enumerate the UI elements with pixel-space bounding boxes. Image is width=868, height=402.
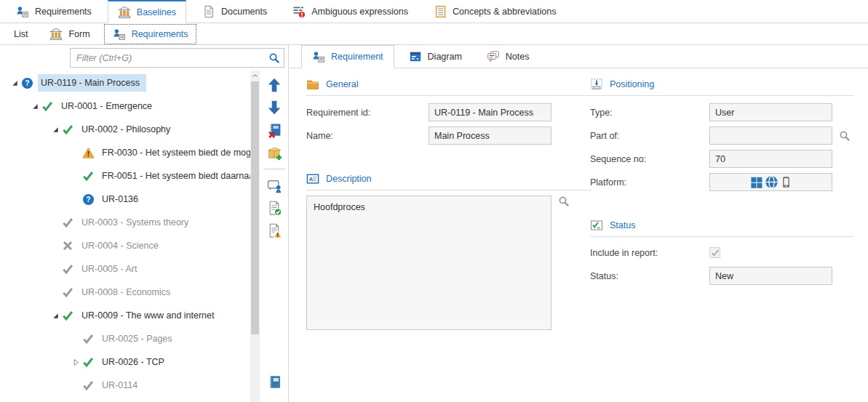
status-icon [590,219,603,232]
ambiguous-icon [292,5,306,18]
expander-expanded-icon[interactable] [49,126,61,134]
scroll-up-icon[interactable] [250,71,260,81]
package-add-button[interactable] [265,143,284,162]
part-of-field[interactable] [709,126,832,145]
type-label: Type: [590,108,709,118]
tree-item-label: FR-0051 - Het systeem biedt daarnaa [99,167,250,185]
detail-tab-diagram-label: Diagram [428,52,462,62]
tree-item-label: UR-0136 [99,190,145,208]
detail-tab-requirement-label: Requirement [331,52,383,62]
name-row: Name: Main Process [306,126,592,145]
windows-icon [750,176,763,189]
assign-user-button[interactable] [265,176,284,195]
tree-item-ur-0025[interactable]: UR-0025 - Pages [0,327,250,350]
doc-approved-button[interactable] [265,198,284,217]
tab-documents[interactable]: Documents [193,0,276,23]
tab-requirements[interactable]: Requirements [7,0,101,23]
tree-item-ur-0026[interactable]: UR-0026 - TCP [0,350,250,374]
tree-item-ur-0001[interactable]: UR-0001 - Emergence [0,95,250,118]
tree-item-fr-0030[interactable]: FR-0030 - Het systeem biedt de mog [0,141,250,164]
subtab-list[interactable]: List [6,26,36,42]
tree-item-ur-0002[interactable]: UR-0002 - Philosophy [0,118,250,141]
assign-user-icon [267,178,282,193]
tab-concepts-abbreviations-label: Concepts & abbreviations [453,7,556,17]
sequence-no-label: Sequence no: [590,154,709,164]
notes-icon [487,50,500,63]
detail-left-column: General Requirement id: UR-0119 - Main P… [306,68,592,330]
expander-collapsed-icon[interactable] [70,358,81,366]
positioning-icon [590,78,603,91]
include-in-report-row: Include in report: [590,247,853,258]
include-in-report-label: Include in report: [590,248,709,258]
baselines-icon [49,28,63,41]
detail-tab-notes[interactable]: Notes [477,45,540,68]
name-field[interactable]: Main Process [429,126,552,145]
check-gray-icon [81,379,95,391]
detail-tab-diagram[interactable]: Diagram [399,45,472,68]
requirement-id-label: Requirement id: [306,108,429,118]
expander-expanded-icon[interactable] [29,102,41,110]
detail-tab-requirement[interactable]: Requirement [301,45,394,68]
tab-baselines[interactable]: Baselines [108,0,186,23]
tree-item-ur-0003[interactable]: UR-0003 - Systems theory [0,211,250,234]
tab-concepts-abbreviations[interactable]: Concepts & abbreviations [424,0,565,23]
tree-item-ur-0009[interactable]: UR-0009 - The www and internet [0,304,250,327]
tree-item-ur-0114[interactable]: UR-0114 [0,374,250,397]
toolbar-separator [263,169,285,169]
move-up-icon [266,77,282,93]
filter-input[interactable] [71,53,265,63]
svg-text:?: ? [86,196,90,204]
requirement-id-field[interactable]: UR-0119 - Main Process [429,103,552,121]
question-circle-icon: ? [20,77,33,89]
tree-item-ur-0136[interactable]: ?UR-0136 [0,188,250,211]
description-zoom-icon[interactable] [558,196,570,207]
check-green-icon [61,124,74,135]
search-icon[interactable] [265,52,284,64]
subtab-list-label: List [14,29,28,39]
include-in-report-checkbox[interactable] [709,247,720,258]
baseline-remove-button[interactable] [265,121,284,140]
tree-item-label: UR-0114 [99,377,144,394]
tree-item-ur-0005[interactable]: UR-0005 - Art [0,257,250,281]
move-up-button[interactable] [265,76,284,95]
expander-expanded-icon[interactable] [49,312,61,320]
sequence-no-row: Sequence no: 70 [590,150,853,168]
expander-expanded-icon[interactable] [9,79,20,87]
tree-item-ur-0119[interactable]: ?UR-0119 - Main Process [0,71,250,95]
general-section-title: General [326,79,358,89]
type-field[interactable]: User [709,103,832,121]
tab-ambiguous-expressions-label: Ambiguous expressions [311,7,408,17]
platform-label: Platform: [590,177,709,188]
tree-item-label: UR-0119 - Main Process [38,74,146,92]
positioning-section-title: Positioning [610,79,654,89]
notebook-button[interactable] [265,372,284,391]
tree-item-label: FR-0030 - Het systeem biedt de mog [99,144,250,161]
type-row: Type: User [590,103,853,121]
description-field[interactable]: Hoofdproces [306,196,552,330]
tree-item-label: UR-0025 - Pages [99,330,179,347]
sequence-no-field[interactable]: 70 [709,150,832,168]
baseline-remove-icon [267,123,282,138]
subtab-form[interactable]: Form [41,25,97,44]
scrollbar-thumb[interactable] [251,81,259,334]
part-of-lookup-icon[interactable] [839,130,851,142]
warning-icon [81,147,95,159]
platform-field[interactable] [709,173,832,191]
baselines-icon [118,6,131,19]
status-section-title: Status [610,220,635,230]
tree-item-ur-0008[interactable]: UR-0008 - Economics [0,281,250,304]
tab-baselines-label: Baselines [137,7,176,17]
tree-item-ur-0004[interactable]: UR-0004 - Science [0,234,250,257]
tab-ambiguous-expressions[interactable]: Ambiguous expressions [283,0,418,23]
move-down-button[interactable] [265,98,284,117]
doc-warning-button[interactable] [265,221,284,240]
subtab-requirements[interactable]: Requirements [104,24,197,44]
tree-scrollbar[interactable] [250,71,260,402]
positioning-section-header: Positioning [590,78,853,96]
subtab-requirements-label: Requirements [132,29,188,39]
detail-panel: Requirement Diagram Notes General Requir… [290,45,868,402]
status-field[interactable]: New [709,267,832,285]
tree-item-label: UR-0008 - Economics [79,284,177,301]
description-card-icon: A [306,172,319,185]
tree-item-fr-0051[interactable]: FR-0051 - Het systeem biedt daarnaa [0,164,250,188]
